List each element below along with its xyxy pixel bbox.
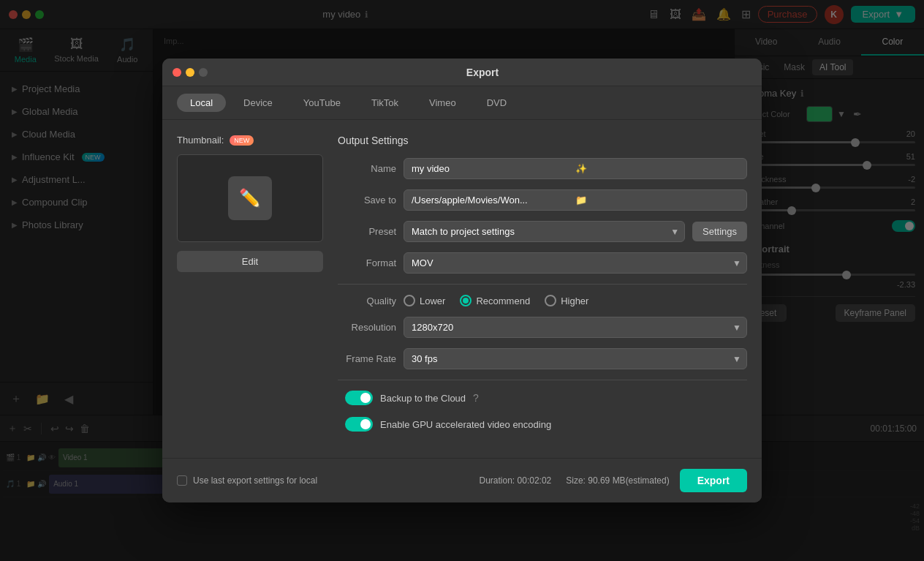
resolution-label: Resolution: [338, 322, 396, 333]
last-settings-checkbox[interactable]: [177, 475, 187, 486]
name-value: my video: [412, 163, 575, 174]
format-label: Format: [338, 257, 396, 268]
save-to-row: Save to /Users/apple/Movies/Won... 📁: [338, 189, 747, 211]
modal-tab-local[interactable]: Local: [177, 94, 226, 112]
backup-toggle[interactable]: [345, 391, 373, 405]
higher-label: Higher: [561, 295, 588, 306]
modal-close-dot[interactable]: [173, 68, 181, 77]
quality-higher[interactable]: Higher: [545, 295, 588, 306]
higher-radio-circle: [545, 295, 556, 306]
save-to-input-wrap: /Users/apple/Movies/Won... 📁: [404, 189, 747, 211]
lower-radio-circle: [404, 295, 415, 306]
modal-tab-youtube[interactable]: YouTube: [290, 94, 354, 112]
backup-help-icon[interactable]: ?: [473, 392, 479, 404]
save-to-value: /Users/apple/Movies/Won...: [412, 195, 575, 206]
quality-lower[interactable]: Lower: [404, 295, 445, 306]
modal-tab-dvd[interactable]: DVD: [474, 94, 520, 112]
thumbnail-inner: ✏️: [228, 176, 272, 220]
ai-edit-icon[interactable]: ✨: [575, 163, 739, 174]
backup-row: Backup to the Cloud ?: [338, 391, 747, 405]
quality-label: Quality: [338, 295, 396, 306]
name-label: Name: [338, 163, 396, 174]
footer-info: Duration: 00:02:02 Size: 90.69 MB(estima…: [479, 475, 669, 486]
export-final-button[interactable]: Export: [680, 469, 747, 492]
duration-value: 00:02:02: [518, 475, 552, 486]
modal-tab-device[interactable]: Device: [230, 94, 286, 112]
save-to-label: Save to: [338, 195, 396, 206]
modal-left: Thumbnail: NEW ✏️ Edit: [177, 135, 323, 443]
framerate-row: Frame Rate 30 fps ▼: [338, 348, 747, 369]
preset-select[interactable]: Match to project settings: [404, 221, 685, 242]
last-settings-label: Use last export settings for local: [193, 475, 317, 486]
duration-info: Duration: 00:02:02: [479, 475, 551, 486]
gpu-label: Enable GPU accelerated video encoding: [380, 419, 551, 430]
name-row: Name my video ✨: [338, 158, 747, 179]
resolution-row: Resolution 1280x720 ▼: [338, 317, 747, 338]
modal-footer: Use last export settings for local Durat…: [162, 458, 762, 502]
framerate-select-wrap: 30 fps ▼: [404, 348, 747, 369]
modal-right: Output Settings Name my video ✨ Save to …: [338, 135, 747, 443]
thumbnail-new-badge: NEW: [230, 135, 254, 146]
footer-checkbox: Use last export settings for local: [177, 475, 317, 486]
preset-label: Preset: [338, 226, 396, 237]
gpu-toggle[interactable]: [345, 417, 373, 432]
thumbnail-box: ✏️: [177, 154, 323, 242]
preset-row: Preset Match to project settings ▼ Setti…: [338, 221, 747, 242]
modal-tabs: Local Device YouTube TikTok Vimeo DVD: [162, 86, 762, 120]
name-input-wrap: my video ✨: [404, 158, 747, 179]
resolution-select[interactable]: 1280x720: [404, 317, 747, 338]
lower-label: Lower: [420, 295, 445, 306]
gpu-row: Enable GPU accelerated video encoding: [338, 417, 747, 432]
separator-2: [338, 380, 747, 380]
modal-title: Export: [213, 67, 751, 78]
modal-minimize-dot[interactable]: [186, 68, 194, 77]
modal-titlebar: Export: [162, 59, 762, 86]
quality-row: Quality Lower Recommend Higher: [338, 295, 747, 306]
modal-body: Thumbnail: NEW ✏️ Edit Output Settings N…: [162, 120, 762, 458]
edit-icon: ✏️: [239, 188, 261, 208]
quality-recommend[interactable]: Recommend: [460, 295, 530, 306]
quality-radio-group: Lower Recommend Higher: [404, 295, 588, 306]
export-modal: Export Local Device YouTube TikTok Vimeo…: [162, 59, 762, 502]
edit-thumbnail-button[interactable]: Edit: [177, 251, 323, 272]
thumbnail-label: Thumbnail: NEW: [177, 135, 323, 146]
size-info: Size: 90.69 MB(estimated): [566, 475, 669, 486]
settings-button[interactable]: Settings: [692, 222, 747, 241]
modal-fullscreen-dot[interactable]: [199, 68, 208, 77]
format-select[interactable]: MOV: [404, 252, 747, 274]
separator-1: [338, 284, 747, 285]
backup-label: Backup to the Cloud: [380, 393, 466, 404]
recommend-radio-circle: [460, 295, 472, 306]
recommend-label: Recommend: [476, 295, 530, 306]
framerate-select[interactable]: 30 fps: [404, 348, 747, 369]
duration-label: Duration:: [479, 475, 515, 486]
modal-tab-tiktok[interactable]: TikTok: [358, 94, 412, 112]
resolution-select-wrap: 1280x720 ▼: [404, 317, 747, 338]
modal-overlay: Export Local Device YouTube TikTok Vimeo…: [0, 0, 924, 561]
preset-select-wrap: Match to project settings ▼: [404, 221, 685, 242]
output-settings-title: Output Settings: [338, 135, 747, 146]
format-select-wrap: MOV ▼: [404, 252, 747, 274]
folder-icon[interactable]: 📁: [575, 195, 739, 206]
modal-window-controls: [173, 68, 208, 77]
format-row: Format MOV ▼: [338, 252, 747, 274]
framerate-label: Frame Rate: [338, 353, 396, 364]
modal-tab-vimeo[interactable]: Vimeo: [416, 94, 469, 112]
